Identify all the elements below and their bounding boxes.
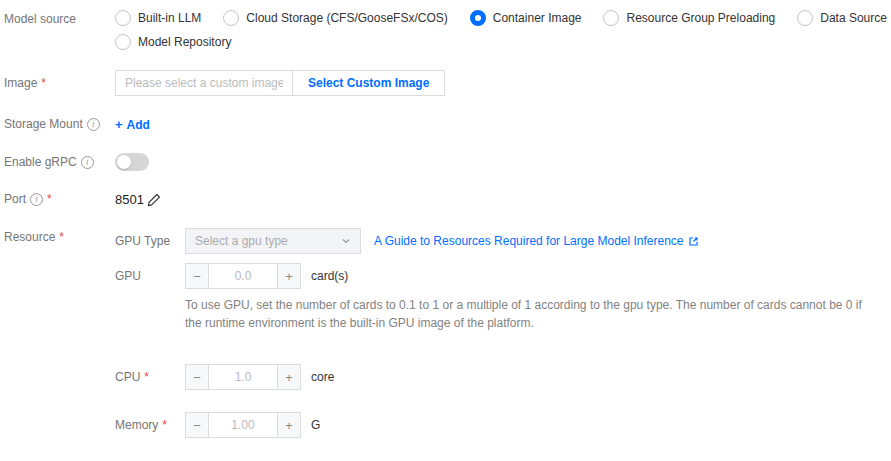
radio-icon: [797, 10, 813, 26]
required-marker: *: [47, 191, 52, 208]
resource-guide-link[interactable]: A Guide to Resources Required for Large …: [374, 234, 699, 248]
gpu-type-label: GPU Type: [115, 234, 185, 248]
memory-label: Memory *: [115, 418, 185, 432]
info-icon[interactable]: i: [30, 193, 43, 206]
radio-icon: [115, 34, 131, 50]
enable-grpc-label: Enable gRPC i: [4, 154, 115, 171]
edit-port-icon[interactable]: [147, 193, 161, 207]
info-icon[interactable]: i: [87, 118, 100, 131]
model-source-label: Model source: [4, 10, 115, 28]
chevron-down-icon: [341, 236, 351, 246]
port-row: Port i * 8501: [4, 191, 875, 208]
plus-icon[interactable]: +: [277, 364, 301, 390]
storage-mount-row: Storage Mount i +Add: [4, 116, 875, 133]
cpu-row: CPU * − + core: [115, 364, 875, 390]
image-label: Image *: [4, 75, 115, 92]
minus-icon[interactable]: −: [185, 412, 209, 438]
radio-container-image[interactable]: Container Image: [470, 10, 582, 26]
custom-image-input[interactable]: [115, 70, 293, 96]
cpu-label: CPU *: [115, 370, 185, 384]
plus-icon: +: [115, 117, 123, 132]
storage-mount-label: Storage Mount i: [4, 116, 115, 133]
memory-input[interactable]: [208, 412, 278, 438]
image-row: Image * Select Custom Image: [4, 70, 875, 96]
gpu-type-select[interactable]: Select a gpu type: [185, 228, 361, 254]
radio-cloud-storage[interactable]: Cloud Storage (CFS/GooseFSx/COS): [223, 10, 447, 26]
model-source-radio-group: Built-in LLM Cloud Storage (CFS/GooseFSx…: [115, 10, 887, 50]
minus-icon[interactable]: −: [185, 263, 209, 289]
resource-row: Resource * GPU Type Select a gpu type A …: [4, 228, 875, 438]
gpu-label: GPU: [115, 269, 185, 283]
radio-icon: [223, 10, 239, 26]
gpu-row: GPU − + card(s): [115, 263, 875, 289]
gpu-stepper: − +: [185, 263, 301, 289]
required-marker: *: [162, 418, 167, 432]
radio-selected-icon: [470, 10, 486, 26]
cpu-cores-input[interactable]: [208, 364, 278, 390]
cpu-unit: core: [311, 370, 334, 384]
plus-icon[interactable]: +: [277, 263, 301, 289]
model-service-form: Model source Built-in LLM Cloud Storage …: [0, 0, 891, 438]
required-marker: *: [59, 229, 64, 246]
enable-grpc-row: Enable gRPC i: [4, 153, 875, 171]
model-source-row: Model source Built-in LLM Cloud Storage …: [4, 10, 875, 50]
gpu-hint-text: To use GPU, set the number of cards to 0…: [185, 296, 875, 332]
minus-icon[interactable]: −: [185, 364, 209, 390]
radio-icon: [603, 10, 619, 26]
info-icon[interactable]: i: [81, 156, 94, 169]
radio-built-in-llm[interactable]: Built-in LLM: [115, 10, 201, 26]
radio-icon: [115, 10, 131, 26]
external-link-icon: [688, 236, 699, 247]
gpu-cards-input[interactable]: [208, 263, 278, 289]
grpc-toggle[interactable]: [115, 153, 149, 171]
radio-resource-group-preloading[interactable]: Resource Group Preloading: [603, 10, 775, 26]
port-value: 8501: [115, 192, 144, 207]
required-marker: *: [41, 75, 46, 92]
resource-label: Resource *: [4, 228, 115, 246]
memory-stepper: − +: [185, 412, 301, 438]
memory-row: Memory * − + G: [115, 412, 875, 438]
gpu-unit: card(s): [311, 269, 348, 283]
required-marker: *: [144, 370, 149, 384]
memory-unit: G: [311, 418, 320, 432]
plus-icon[interactable]: +: [277, 412, 301, 438]
gpu-type-row: GPU Type Select a gpu type A Guide to Re…: [115, 228, 875, 254]
radio-data-source[interactable]: Data Source: [797, 10, 887, 26]
storage-mount-add-button[interactable]: +Add: [115, 117, 150, 132]
radio-model-repository[interactable]: Model Repository: [115, 34, 231, 50]
cpu-stepper: − +: [185, 364, 301, 390]
select-custom-image-button[interactable]: Select Custom Image: [292, 70, 445, 96]
port-label: Port i *: [4, 191, 115, 208]
